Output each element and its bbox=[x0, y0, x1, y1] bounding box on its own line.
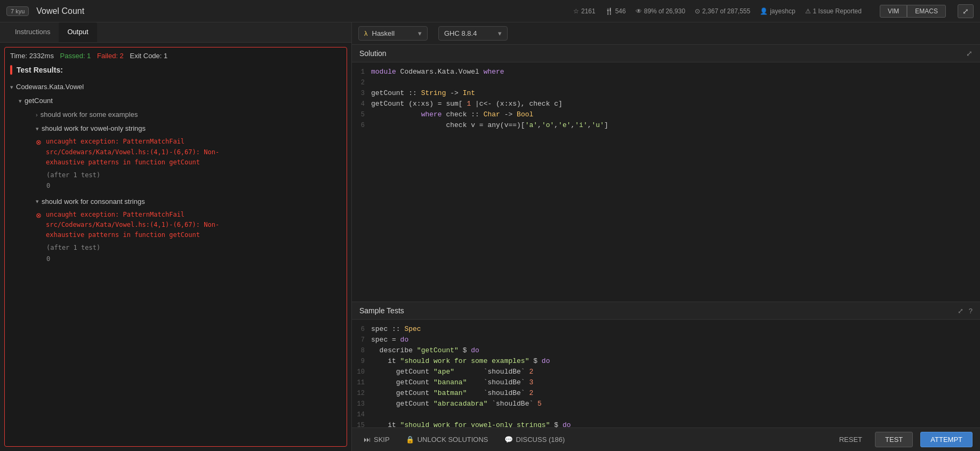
main-layout: Instructions Output Time: 2332ms Passed:… bbox=[0, 22, 980, 451]
skip-icon: ⏭ bbox=[364, 436, 371, 444]
error-icon: ⊗ bbox=[36, 137, 42, 148]
test-pass-examples[interactable]: › should work for some examples bbox=[36, 109, 341, 121]
completion-stat: 👁 89% of 26,930 bbox=[636, 7, 685, 15]
after-text-vowel: (after 1 test) bbox=[46, 170, 341, 180]
left-panel: Instructions Output Time: 2332ms Passed:… bbox=[0, 22, 352, 451]
code-line: 10 getCount "ape" `shouldBe` 2 bbox=[352, 367, 980, 377]
code-line: 4 getCount (x:xs) = sum[ 1 |c<- (x:xs), … bbox=[352, 99, 980, 109]
kyu-badge: 7 kyu bbox=[6, 6, 29, 16]
tab-instructions[interactable]: Instructions bbox=[6, 22, 59, 42]
completion-icon: 👁 bbox=[636, 7, 642, 15]
tree-item-kata-vowel: ▾ Codewars.Kata.Vowel ▾ getCount › shoul… bbox=[10, 81, 341, 264]
tree-item-getcount: ▾ getCount › should work for some exampl… bbox=[10, 95, 341, 264]
code-line: 8 describe "getCount" $ do bbox=[352, 345, 980, 356]
after-text-consonant: (after 1 test) bbox=[46, 242, 341, 253]
sample-tests-section: Sample Tests ⤢ ? 6 spec :: Spec 7 spec =… bbox=[352, 302, 980, 451]
solution-title: Solution bbox=[359, 49, 387, 58]
tab-output[interactable]: Output bbox=[59, 22, 97, 42]
lock-icon: 🔒 bbox=[406, 436, 414, 444]
value-vowel: 0 bbox=[46, 180, 341, 191]
sample-tests-icons: ⤢ ? bbox=[958, 307, 973, 315]
chevron-down-icon: ▾ bbox=[418, 29, 422, 37]
expand-icon[interactable]: ⤢ bbox=[958, 307, 963, 315]
test-results-header: Test Results: bbox=[10, 65, 341, 75]
test-button[interactable]: TEST bbox=[875, 432, 913, 447]
code-line: 14 bbox=[352, 409, 980, 420]
error-block-vowel: ⊗ uncaught exception: PatternMatchFail s… bbox=[36, 137, 341, 191]
red-bar-indicator bbox=[10, 65, 12, 75]
tree-item-examples: › should work for some examples bbox=[19, 109, 341, 121]
stars-stat: ☆ 2161 bbox=[573, 7, 596, 15]
code-line: 7 spec = do bbox=[352, 335, 980, 345]
warning-icon: ⚠ bbox=[805, 7, 811, 15]
error-icon: ⊗ bbox=[36, 210, 42, 221]
vim-emacs-bar: VIM EMACS bbox=[880, 5, 946, 18]
chat-icon: 💬 bbox=[504, 436, 513, 444]
sample-tests-header: Sample Tests ⤢ ? bbox=[352, 302, 980, 320]
tree-label-kata-vowel[interactable]: ▾ Codewars.Kata.Vowel bbox=[10, 81, 341, 93]
time-prefix: Time: bbox=[10, 52, 29, 60]
language-selector-bar: λ Haskell ▾ GHC 8.8.4 ▾ bbox=[352, 22, 980, 45]
bottom-bar: ⏭ SKIP 🔒 UNLOCK SOLUTIONS 💬 DISCUSS (186… bbox=[352, 428, 980, 451]
reset-button[interactable]: RESET bbox=[834, 433, 867, 446]
time-line: Time: 2332ms Passed: 1 Failed: 2 Exit Co… bbox=[10, 52, 341, 60]
code-line: 12 getCount "batman" `shouldBe` 2 bbox=[352, 388, 980, 399]
user-stat: 👤 jayeshcp bbox=[760, 7, 795, 15]
rank-stat: ⊙ 2,367 of 287,555 bbox=[695, 7, 750, 15]
haskell-icon: λ bbox=[364, 29, 368, 37]
code-line: 6 check v = any(v==)['a','o','e','i','u'… bbox=[352, 120, 980, 131]
help-icon[interactable]: ? bbox=[969, 307, 973, 315]
tree-label-getcount[interactable]: ▾ getCount bbox=[19, 95, 341, 107]
solution-area: Solution ⤢ 1 module Codewars.Kata.Vowel … bbox=[352, 45, 980, 302]
right-panel: λ Haskell ▾ GHC 8.8.4 ▾ Solution ⤢ 1 mod… bbox=[352, 22, 980, 451]
discuss-button[interactable]: 💬 DISCUSS (186) bbox=[500, 433, 569, 446]
vim-button[interactable]: VIM bbox=[880, 5, 907, 18]
forks-stat: 🍴 546 bbox=[605, 7, 626, 15]
error-block-consonant: ⊗ uncaught exception: PatternMatchFail s… bbox=[36, 210, 341, 264]
code-line: 2 bbox=[352, 77, 980, 88]
tabs-bar: Instructions Output bbox=[0, 22, 351, 43]
rank-icon: ⊙ bbox=[695, 7, 700, 15]
issues-stat: ⚠ 1 Issue Reported bbox=[805, 7, 862, 15]
time-value: 2332ms bbox=[29, 52, 54, 60]
code-line: 9 it "should work for some examples" $ d… bbox=[352, 356, 980, 367]
error-text-consonant: uncaught exception: PatternMatchFail src… bbox=[46, 210, 219, 241]
code-line: 6 spec :: Spec bbox=[352, 324, 980, 335]
emacs-button[interactable]: EMACS bbox=[907, 5, 946, 18]
skip-button[interactable]: ⏭ SKIP bbox=[359, 433, 394, 446]
results-wrapper: Time: 2332ms Passed: 1 Failed: 2 Exit Co… bbox=[4, 47, 347, 447]
value-consonant: 0 bbox=[46, 254, 341, 264]
code-line: 15 it "should work for vowel-only string… bbox=[352, 420, 980, 428]
exit-label: Exit Code: 1 bbox=[130, 52, 167, 60]
chevron-down-icon: ▾ bbox=[36, 196, 39, 207]
chevron-down-icon: ▾ bbox=[36, 124, 39, 134]
chevron-right-icon: › bbox=[36, 110, 38, 120]
user-icon: 👤 bbox=[760, 7, 768, 15]
code-line: 1 module Codewars.Kata.Vowel where bbox=[352, 67, 980, 77]
version-selector[interactable]: GHC 8.8.4 ▾ bbox=[438, 26, 508, 41]
code-line: 13 getCount "abracadabra" `shouldBe` 5 bbox=[352, 399, 980, 409]
code-line: 5 where check :: Char -> Bool bbox=[352, 109, 980, 120]
tree-label-vowel-strings[interactable]: ▾ should work for vowel-only strings bbox=[36, 123, 341, 134]
code-line: 11 getCount "banana" `shouldBe` 3 bbox=[352, 377, 980, 388]
tree-label-consonant-strings[interactable]: ▾ should work for consonant strings bbox=[36, 196, 341, 208]
error-text-vowel: uncaught exception: PatternMatchFail src… bbox=[46, 137, 219, 168]
stats-bar: ☆ 2161 🍴 546 👁 89% of 26,930 ⊙ 2,367 of … bbox=[573, 7, 862, 15]
chevron-down-icon: ▾ bbox=[498, 29, 502, 37]
solution-header: Solution ⤢ bbox=[352, 45, 980, 62]
attempt-button[interactable]: ATTEMPT bbox=[920, 432, 973, 447]
sample-tests-code-editor[interactable]: 6 spec :: Spec 7 spec = do 8 describe "g… bbox=[352, 320, 980, 428]
fork-icon: 🍴 bbox=[605, 7, 613, 15]
solution-code-editor[interactable]: 1 module Codewars.Kata.Vowel where 2 3 g… bbox=[352, 62, 980, 302]
code-line: 3 getCount :: String -> Int bbox=[352, 88, 980, 99]
chevron-down-icon: ▾ bbox=[19, 96, 22, 106]
sample-tests-title: Sample Tests bbox=[359, 306, 404, 315]
failed-label: Failed: 2 bbox=[97, 52, 124, 60]
expand-icon[interactable]: ⤢ bbox=[966, 49, 973, 58]
fullscreen-button[interactable]: ⤢ bbox=[958, 4, 974, 18]
unlock-solutions-button[interactable]: 🔒 UNLOCK SOLUTIONS bbox=[401, 433, 493, 446]
chevron-down-icon: ▾ bbox=[10, 82, 13, 92]
star-icon: ☆ bbox=[573, 7, 579, 15]
language-selector[interactable]: λ Haskell ▾ bbox=[358, 26, 428, 41]
top-bar: 7 kyu Vowel Count ☆ 2161 🍴 546 👁 89% of … bbox=[0, 0, 980, 22]
